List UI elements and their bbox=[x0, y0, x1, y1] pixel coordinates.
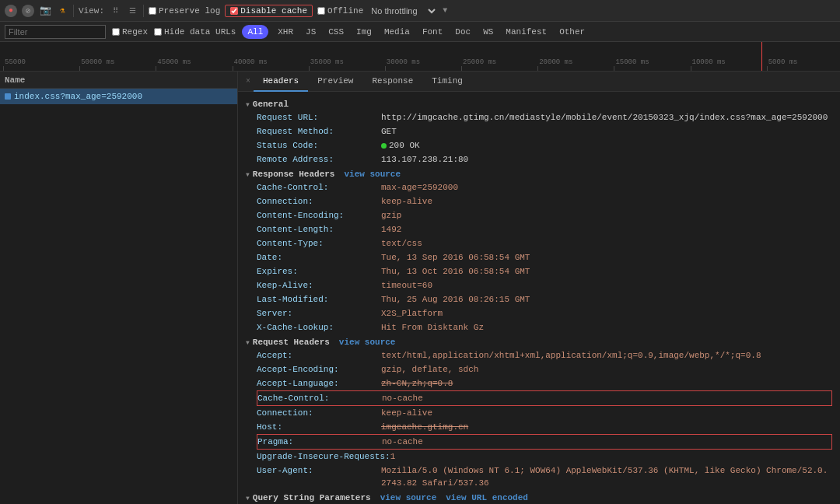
hide-data-urls-checkbox[interactable]: Hide data URLs bbox=[154, 27, 236, 37]
general-section-title: General bbox=[246, 96, 832, 110]
filter-input[interactable] bbox=[5, 25, 106, 39]
main-content: Name index.css?max_age=2592000 × Headers… bbox=[0, 72, 840, 504]
list-item[interactable]: index.css?max_age=2592000 bbox=[0, 89, 237, 104]
timeline-tick: 45000 ms bbox=[156, 58, 232, 71]
response-header-row: Content-Encoding:gzip bbox=[246, 208, 832, 222]
timeline-tick: 35000 ms bbox=[309, 58, 385, 71]
timeline-tick: 15000 ms bbox=[614, 58, 690, 71]
response-header-row: Cache-Control:max-age=2592000 bbox=[246, 180, 832, 194]
request-header-key: Upgrade-Insecure-Requests: bbox=[257, 450, 390, 463]
offline-checkbox[interactable]: Offline bbox=[317, 6, 363, 16]
type-img-button[interactable]: Img bbox=[353, 26, 375, 37]
request-header-row: Accept-Language:zh-CN,zh;q=0.8 bbox=[246, 376, 832, 390]
request-header-key: User-Agent: bbox=[257, 464, 381, 489]
camera-icon[interactable]: 📷 bbox=[39, 5, 51, 17]
request-header-row: Accept-Encoding:gzip, deflate, sdch bbox=[246, 362, 832, 376]
headers-content[interactable]: General Request URL: http://imgcache.gti… bbox=[238, 92, 840, 504]
query-view-source-link[interactable]: view source bbox=[380, 493, 437, 502]
status-code-val: 200 OK bbox=[381, 139, 420, 152]
preserve-log-label: Preserve log bbox=[159, 6, 220, 16]
response-header-key: Server: bbox=[257, 307, 381, 320]
disable-cache-checkbox[interactable]: Disable cache bbox=[225, 5, 313, 17]
response-header-row: Content-Type:text/css bbox=[246, 236, 832, 250]
request-headers-section-title: Request Headers view source bbox=[246, 334, 832, 348]
view-list-icon[interactable]: ☰ bbox=[126, 5, 138, 17]
request-url-val: http://imgcache.gtimg.cn/mediastyle/mobi… bbox=[381, 111, 828, 124]
timeline-tick: 5000 ms bbox=[767, 58, 840, 71]
file-icon bbox=[5, 93, 11, 100]
status-dot bbox=[381, 143, 387, 149]
request-header-row: Connection:keep-alive bbox=[246, 406, 832, 420]
response-header-val: Thu, 25 Aug 2016 08:26:15 GMT bbox=[381, 293, 530, 306]
response-header-val: Thu, 13 Oct 2016 06:58:54 GMT bbox=[381, 265, 530, 278]
tick-line bbox=[691, 66, 691, 71]
tabs-bar: × Headers Preview Response Timing bbox=[238, 72, 840, 92]
tick-label: 40000 ms bbox=[233, 58, 268, 66]
type-font-button[interactable]: Font bbox=[419, 26, 446, 37]
query-string-section-title: Query String Parameters view source view… bbox=[246, 490, 832, 504]
tab-close-icon[interactable]: × bbox=[243, 77, 254, 86]
record-icon[interactable]: ● bbox=[5, 5, 17, 17]
type-other-button[interactable]: Other bbox=[556, 26, 588, 37]
tick-label: 25000 ms bbox=[461, 58, 496, 66]
type-js-button[interactable]: JS bbox=[303, 26, 319, 37]
view-label: View: bbox=[79, 6, 104, 16]
remote-address-key: Remote Address: bbox=[257, 153, 381, 166]
request-header-val: no-cache bbox=[382, 392, 423, 404]
type-all-button[interactable]: All bbox=[242, 25, 268, 39]
regex-checkbox[interactable]: Regex bbox=[112, 27, 148, 37]
tab-timing[interactable]: Timing bbox=[422, 72, 472, 92]
request-header-val: no-cache bbox=[382, 436, 423, 448]
hide-data-urls-label: Hide data URLs bbox=[164, 27, 236, 37]
disable-cache-input[interactable] bbox=[230, 7, 238, 15]
query-url-encoded-link[interactable]: view URL encoded bbox=[446, 493, 528, 502]
request-header-val: zh-CN,zh;q=0.8 bbox=[381, 377, 453, 390]
remote-address-row: Remote Address: 113.107.238.21:80 bbox=[246, 152, 832, 166]
disable-cache-label: Disable cache bbox=[240, 6, 307, 16]
tab-response[interactable]: Response bbox=[362, 72, 422, 92]
response-header-key: Content-Length: bbox=[257, 223, 381, 236]
request-header-key: Accept-Language: bbox=[257, 377, 381, 390]
tick-label: 15000 ms bbox=[614, 58, 649, 66]
preserve-log-input[interactable] bbox=[149, 7, 156, 15]
type-xhr-button[interactable]: XHR bbox=[275, 26, 296, 37]
timeline-tick: 10000 ms bbox=[691, 58, 767, 71]
response-header-rows: Cache-Control:max-age=2592000Connection:… bbox=[246, 180, 832, 334]
status-code-key: Status Code: bbox=[257, 139, 381, 152]
file-list[interactable]: index.css?max_age=2592000 bbox=[0, 89, 237, 504]
toolbar: ● ⊘ 📷 ⚗ View: ⠿ ☰ Preserve log Disable c… bbox=[0, 0, 840, 22]
tick-label: 45000 ms bbox=[156, 58, 191, 66]
response-header-val: keep-alive bbox=[381, 195, 432, 208]
file-list-header: Name bbox=[0, 72, 237, 89]
view-waterfall-icon[interactable]: ⠿ bbox=[109, 5, 121, 17]
timeline-tick: 40000 ms bbox=[233, 58, 309, 71]
type-css-button[interactable]: CSS bbox=[325, 26, 347, 37]
response-header-key: Content-Encoding: bbox=[257, 209, 381, 222]
tick-line bbox=[156, 66, 156, 71]
throttle-select[interactable]: No throttling Fast 3G Slow 3G bbox=[368, 5, 438, 16]
offline-input[interactable] bbox=[317, 7, 325, 15]
filter-icon[interactable]: ⚗ bbox=[56, 5, 68, 17]
tab-preview[interactable]: Preview bbox=[308, 72, 362, 92]
response-header-key: X-Cache-Lookup: bbox=[257, 321, 381, 334]
type-doc-button[interactable]: Doc bbox=[452, 26, 474, 37]
response-header-key: Content-Type: bbox=[257, 237, 381, 250]
request-header-row: Upgrade-Insecure-Requests:1 bbox=[246, 450, 832, 464]
tab-headers[interactable]: Headers bbox=[254, 72, 308, 92]
response-header-row: Date:Tue, 13 Sep 2016 06:58:54 GMT bbox=[246, 250, 832, 264]
preserve-log-checkbox[interactable]: Preserve log bbox=[149, 6, 220, 16]
request-header-val: imgcache.gtimg.cn bbox=[381, 421, 468, 433]
request-header-val: text/html,application/xhtml+xml,applicat… bbox=[381, 349, 761, 362]
clear-icon[interactable]: ⊘ bbox=[22, 5, 34, 17]
request-view-source-link[interactable]: view source bbox=[339, 338, 396, 347]
type-ws-button[interactable]: WS bbox=[480, 26, 496, 37]
response-view-source-link[interactable]: view source bbox=[344, 170, 401, 179]
sep1 bbox=[73, 5, 74, 17]
type-media-button[interactable]: Media bbox=[381, 26, 413, 37]
type-manifest-button[interactable]: Manifest bbox=[502, 26, 550, 37]
request-header-row: Accept:text/html,application/xhtml+xml,a… bbox=[246, 348, 832, 362]
response-header-val: text/css bbox=[381, 237, 422, 250]
response-header-row: Connection:keep-alive bbox=[246, 194, 832, 208]
response-header-val: 1492 bbox=[381, 223, 401, 236]
tick-line bbox=[3, 66, 4, 71]
